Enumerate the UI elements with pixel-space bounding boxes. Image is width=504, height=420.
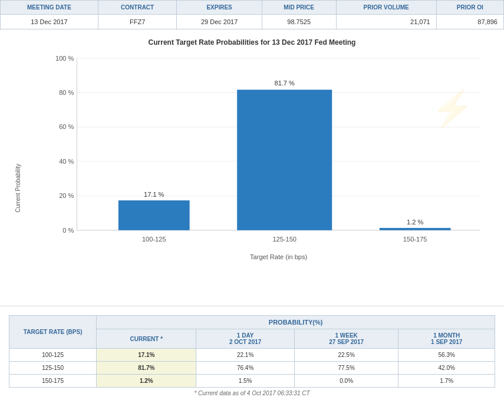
svg-text:80 %: 80 % — [59, 89, 74, 96]
col-mid-price: MID PRICE — [262, 1, 336, 15]
svg-text:Target Rate (in bps): Target Rate (in bps) — [250, 253, 307, 260]
watermark-icon: ⚡ — [430, 88, 475, 130]
svg-text:125-150: 125-150 — [272, 236, 297, 243]
prob-cell-1-3: 42.0% — [398, 362, 495, 375]
prior-oi-value: 87,896 — [436, 15, 503, 29]
target-rate-row-1: 125-150 — [9, 362, 97, 375]
col-1week: 1 WEEK 27 SEP 2017 — [294, 329, 398, 349]
bottom-section: TARGET RATE (BPS) PROBABILITY(%) CURRENT… — [0, 306, 504, 402]
col-prior-volume: PRIOR VOLUME — [336, 1, 436, 15]
meeting-date-value: 13 Dec 2017 — [1, 15, 98, 29]
svg-text:17.1 %: 17.1 % — [144, 191, 164, 199]
prob-cell-2-2: 0.0% — [294, 375, 398, 388]
col-current: CURRENT * — [97, 329, 196, 349]
svg-text:40 %: 40 % — [59, 158, 74, 165]
header-table: MEETING DATE CONTRACT EXPIRES MID PRICE … — [0, 0, 504, 29]
y-axis-label: Current Probability — [15, 164, 21, 213]
contract-value: FFZ7 — [98, 15, 177, 29]
footnote: * Current data as of 4 Oct 2017 06:33:31… — [9, 390, 495, 396]
prob-cell-2-0: 1.2% — [97, 375, 196, 388]
col-prior-oi: PRIOR OI — [436, 1, 503, 15]
bar-100-125 — [118, 200, 190, 230]
svg-text:81.7 %: 81.7 % — [274, 80, 295, 87]
col-1day: 1 DAY 2 OCT 2017 — [196, 329, 295, 349]
chart-container: Current Probability ⚡ 0 % 20 % 40 % 60 %… — [12, 52, 492, 300]
prob-cell-1-2: 77.5% — [294, 362, 398, 375]
col-1month: 1 MONTH 1 SEP 2017 — [398, 329, 495, 349]
prob-cell-0-2: 22.5% — [294, 349, 398, 362]
prior-volume-value: 21,071 — [336, 15, 436, 29]
target-rate-row-2: 150-175 — [9, 375, 97, 388]
prob-cell-2-1: 1.5% — [196, 375, 295, 388]
prob-cell-0-0: 17.1% — [97, 349, 196, 362]
prob-cell-1-1: 76.4% — [196, 362, 295, 375]
target-rate-header: TARGET RATE (BPS) — [9, 316, 97, 349]
prob-cell-2-3: 1.7% — [398, 375, 495, 388]
probability-table: TARGET RATE (BPS) PROBABILITY(%) CURRENT… — [9, 315, 495, 388]
mid-price-value: 98.7525 — [262, 15, 336, 29]
probability-main-header: PROBABILITY(%) — [97, 316, 495, 329]
expires-value: 29 Dec 2017 — [177, 15, 262, 29]
svg-text:20 %: 20 % — [59, 192, 74, 199]
prob-cell-1-0: 81.7% — [97, 362, 196, 375]
col-expires: EXPIRES — [177, 1, 262, 15]
svg-text:100 %: 100 % — [55, 55, 74, 62]
bar-150-175 — [380, 228, 451, 230]
prob-cell-0-1: 22.1% — [196, 349, 295, 362]
col-contract: CONTRACT — [98, 1, 177, 15]
chart-title: Current Target Rate Probabilities for 13… — [12, 38, 492, 47]
svg-text:0 %: 0 % — [62, 227, 74, 234]
chart-svg: 0 % 20 % 40 % 60 % 80 % 100 % 17.1 % 100… — [41, 52, 492, 270]
target-rate-row-0: 100-125 — [9, 349, 97, 362]
svg-text:1.2 %: 1.2 % — [407, 219, 424, 226]
bar-125-150 — [237, 90, 332, 230]
chart-section: Current Target Rate Probabilities for 13… — [0, 29, 504, 306]
svg-text:150-175: 150-175 — [403, 236, 427, 243]
prob-cell-0-3: 56.3% — [398, 349, 495, 362]
svg-text:100-125: 100-125 — [142, 236, 166, 243]
svg-text:60 %: 60 % — [59, 124, 74, 131]
col-meeting-date: MEETING DATE — [1, 1, 98, 15]
